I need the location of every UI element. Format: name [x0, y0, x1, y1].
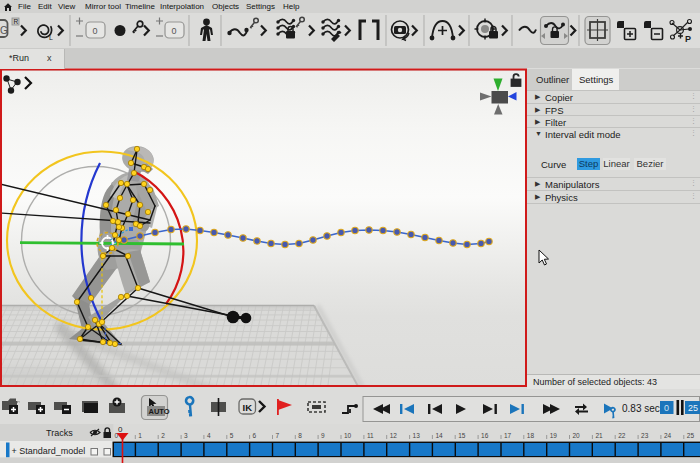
svg-text:1: 1 [138, 432, 142, 439]
svg-text:0: 0 [172, 26, 177, 36]
svg-text:20: 20 [573, 432, 581, 439]
svg-text:Tracks: Tracks [46, 428, 73, 438]
svg-text:16: 16 [481, 432, 489, 439]
svg-text:23: 23 [641, 432, 649, 439]
svg-text:2: 2 [161, 432, 165, 439]
svg-text:25: 25 [688, 403, 698, 413]
svg-text:12: 12 [390, 432, 398, 439]
svg-text:0: 0 [118, 425, 123, 434]
svg-text:3: 3 [184, 432, 188, 439]
svg-text:6: 6 [253, 432, 257, 439]
svg-text:0.83 sec: 0.83 sec [622, 403, 660, 414]
svg-text:0: 0 [93, 26, 98, 36]
svg-text:R: R [14, 18, 19, 25]
svg-text:14: 14 [435, 432, 443, 439]
svg-text:15: 15 [458, 432, 466, 439]
svg-text:21: 21 [595, 432, 603, 439]
svg-text:P: P [685, 34, 691, 44]
svg-text:IK: IK [243, 402, 253, 413]
svg-text:17: 17 [504, 432, 512, 439]
svg-text:L: L [49, 34, 53, 41]
svg-text:25: 25 [687, 432, 695, 439]
svg-text:+ Standard_model: + Standard_model [12, 446, 86, 456]
svg-text:G: G [0, 25, 8, 36]
svg-text:0: 0 [664, 403, 669, 413]
svg-text:5: 5 [230, 432, 234, 439]
svg-text:7: 7 [276, 432, 280, 439]
svg-text:22: 22 [618, 432, 626, 439]
svg-text:4: 4 [207, 432, 211, 439]
svg-text:19: 19 [550, 432, 558, 439]
svg-text:18: 18 [527, 432, 535, 439]
svg-text:11: 11 [367, 432, 374, 439]
svg-text:8: 8 [298, 432, 302, 439]
svg-text:24: 24 [664, 432, 672, 439]
svg-text:9: 9 [321, 432, 325, 439]
svg-text:13: 13 [413, 432, 421, 439]
svg-text:10: 10 [344, 432, 352, 439]
svg-text:AUTO: AUTO [149, 407, 170, 416]
